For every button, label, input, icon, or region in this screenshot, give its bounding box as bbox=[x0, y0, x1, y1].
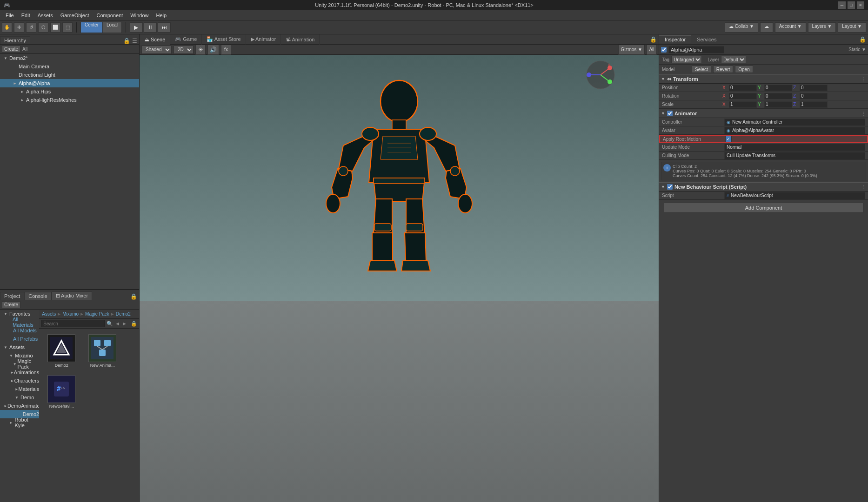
asset-store-tab[interactable]: 🏪 Asset Store bbox=[202, 34, 246, 45]
tree-robot-kyle[interactable]: ► Robot Kyle bbox=[0, 418, 39, 427]
project-lock-icon2[interactable]: 🔒 bbox=[131, 321, 137, 327]
menu-edit[interactable]: Edit bbox=[18, 12, 34, 19]
tree-item-main-camera[interactable]: Main Camera bbox=[0, 62, 139, 71]
tree-characters[interactable]: ► Characters bbox=[0, 376, 39, 385]
object-name-input[interactable] bbox=[668, 46, 724, 53]
rot-y-input[interactable] bbox=[764, 93, 792, 99]
layer-select[interactable]: Default bbox=[721, 56, 746, 63]
tree-assets[interactable]: ▼ Assets bbox=[0, 343, 39, 351]
tree-item-directional-light[interactable]: Directional Light bbox=[0, 71, 139, 79]
layers-button[interactable]: Layers ▼ bbox=[808, 22, 836, 33]
pause-button[interactable]: ⏸ bbox=[144, 22, 157, 33]
close-button[interactable]: ✕ bbox=[857, 1, 864, 9]
menu-window[interactable]: Window bbox=[127, 12, 152, 19]
transform-menu-icon[interactable]: ⋮ bbox=[861, 77, 866, 82]
scale-tool-button[interactable]: ⬡ bbox=[38, 22, 48, 33]
hand-tool-button[interactable]: ✋ bbox=[2, 22, 12, 33]
inspector-lock-icon[interactable]: 🔒 bbox=[859, 36, 866, 43]
breadcrumb-mixamo[interactable]: Mixamo bbox=[62, 311, 79, 317]
project-nav-left[interactable]: ◄ bbox=[115, 321, 120, 326]
asset-animator[interactable]: New Anima... bbox=[84, 332, 121, 370]
rot-x-input[interactable] bbox=[729, 93, 757, 99]
collab-button[interactable]: ☁ Collab ▼ bbox=[725, 22, 758, 33]
animation-tab[interactable]: 📽 Animation bbox=[281, 34, 320, 45]
restore-button[interactable]: □ bbox=[848, 1, 855, 9]
tree-demo[interactable]: ▼ Demo bbox=[0, 393, 39, 402]
breadcrumb-assets[interactable]: Assets bbox=[42, 311, 56, 317]
apply-root-motion-checkbox[interactable]: ✓ bbox=[725, 136, 732, 142]
cloud-button[interactable]: ☁ bbox=[760, 22, 773, 33]
select-button[interactable]: Select bbox=[692, 66, 711, 73]
tree-item-alpha-hips[interactable]: ► Alpha:Hips bbox=[0, 87, 139, 96]
behaviour-script-header[interactable]: ▼ New Behaviour Script (Script) ⋮ bbox=[659, 182, 868, 192]
effects-toggle[interactable]: fx bbox=[221, 45, 231, 55]
tree-all-models[interactable]: All Models bbox=[0, 326, 39, 335]
minimize-button[interactable]: ─ bbox=[838, 1, 846, 9]
tree-demo-animator-controllers[interactable]: ► DemoAnimatorControllers bbox=[0, 402, 39, 410]
tree-materials[interactable]: ► Materials bbox=[0, 385, 39, 393]
all-label[interactable]: All bbox=[22, 46, 27, 52]
lighting-toggle[interactable]: ☀ bbox=[195, 45, 206, 55]
behaviour-menu-icon[interactable]: ⋮ bbox=[861, 185, 866, 190]
move-tool-button[interactable]: ✛ bbox=[14, 22, 24, 33]
menu-component[interactable]: Component bbox=[93, 12, 127, 19]
shading-select[interactable]: Shaded bbox=[141, 46, 172, 54]
menu-help[interactable]: Help bbox=[152, 12, 170, 19]
breadcrumb-magic-pack[interactable]: Magic Pack bbox=[85, 311, 109, 317]
menu-gameobject[interactable]: GameObject bbox=[57, 12, 93, 19]
rot-z-input[interactable] bbox=[800, 93, 828, 99]
services-tab[interactable]: Services bbox=[691, 36, 722, 43]
play-button[interactable]: ▶ bbox=[130, 22, 143, 33]
project-search-input[interactable] bbox=[41, 320, 105, 327]
animator-tab[interactable]: ▶ Animator bbox=[246, 34, 281, 45]
pos-x-input[interactable] bbox=[729, 85, 757, 91]
layout-button[interactable]: Layout ▼ bbox=[838, 22, 866, 33]
audio-toggle[interactable]: 🔊 bbox=[207, 45, 219, 55]
scl-x-input[interactable] bbox=[729, 101, 757, 108]
culling-mode-value[interactable]: Cull Update Transforms bbox=[724, 152, 865, 159]
game-tab[interactable]: 🎮 Game bbox=[170, 34, 202, 45]
object-active-checkbox[interactable] bbox=[661, 47, 667, 53]
inspector-tab[interactable]: Inspector bbox=[659, 35, 691, 43]
view-2d-select[interactable]: 2D bbox=[174, 46, 194, 54]
animator-menu-icon[interactable]: ⋮ bbox=[861, 111, 866, 116]
tree-animations[interactable]: ► Animations bbox=[0, 368, 39, 376]
script-value[interactable]: # NewBehaviourScript bbox=[724, 192, 865, 199]
local-toggle[interactable]: Local bbox=[103, 22, 121, 33]
open-button[interactable]: Open bbox=[735, 66, 753, 73]
tree-item-alpha-highresmeshes[interactable]: ► AlphaHighResMeshes bbox=[0, 96, 139, 104]
add-component-button[interactable]: Add Component bbox=[664, 203, 863, 213]
behaviour-active-checkbox[interactable] bbox=[667, 184, 673, 190]
console-tab[interactable]: Console bbox=[24, 292, 51, 300]
scene-tab[interactable]: ⛰ Scene bbox=[140, 34, 170, 45]
project-create-label[interactable]: Create bbox=[2, 301, 20, 308]
breadcrumb-demo2[interactable]: Demo2 bbox=[116, 311, 131, 317]
tree-item-demo2[interactable]: ▼ Demo2* bbox=[0, 54, 139, 62]
scene-viewport[interactable]: X Y Z bbox=[140, 55, 659, 502]
hierarchy-lock-icon[interactable]: 🔒 bbox=[123, 38, 130, 44]
project-lock-icon[interactable]: 🔒 bbox=[130, 293, 137, 300]
scl-z-input[interactable] bbox=[800, 101, 828, 108]
audio-mixer-tab[interactable]: ⊞ Audio Mixer bbox=[52, 291, 93, 300]
center-toggle[interactable]: Center bbox=[81, 22, 103, 33]
pos-y-input[interactable] bbox=[764, 85, 792, 91]
pos-z-input[interactable] bbox=[800, 85, 828, 91]
hierarchy-tab[interactable]: Hierarchy bbox=[0, 36, 30, 44]
account-button[interactable]: Account ▼ bbox=[775, 22, 806, 33]
tree-all-prefabs[interactable]: All Prefabs bbox=[0, 335, 39, 343]
project-tab[interactable]: Project bbox=[0, 292, 24, 300]
step-button[interactable]: ⏭ bbox=[158, 22, 171, 33]
tree-magic-pack[interactable]: ▼ Magic Pack bbox=[0, 360, 39, 368]
controller-value[interactable]: ◉ New Animator Controller bbox=[724, 119, 865, 126]
asset-script[interactable]: # cs NewBehavi... bbox=[43, 373, 80, 410]
scl-y-input[interactable] bbox=[764, 101, 792, 108]
transform-section-header[interactable]: ▼ ⇔ Transform ⋮ bbox=[659, 74, 868, 84]
asset-demo2[interactable]: Demo2 bbox=[43, 332, 80, 370]
project-nav-right[interactable]: ► bbox=[122, 321, 127, 326]
rect-tool-button[interactable]: ⬜ bbox=[50, 22, 60, 33]
animator-active-checkbox[interactable] bbox=[667, 111, 673, 116]
create-label[interactable]: Create bbox=[2, 46, 20, 53]
avatar-value[interactable]: ◉ Alpha@AlphaAvatar bbox=[724, 127, 865, 134]
all-layers-button[interactable]: All bbox=[647, 45, 657, 55]
menu-file[interactable]: File bbox=[2, 12, 18, 19]
